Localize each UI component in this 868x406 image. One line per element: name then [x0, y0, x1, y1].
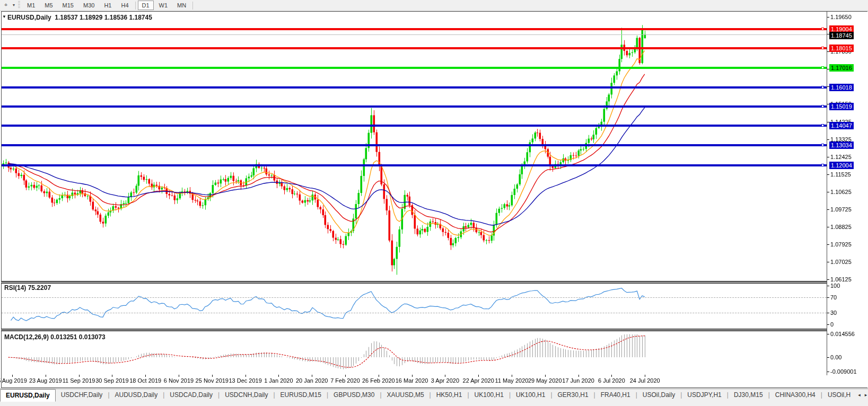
chart-tab-ger30-h1[interactable]: GER30,H1 — [553, 389, 594, 401]
rsi-tick: 0 — [830, 321, 834, 328]
timeframe-toolbar: ⌖ ▾ M1M5M15M30H1H4D1W1MN — [0, 0, 868, 11]
level-line-1.14047[interactable] — [2, 125, 827, 127]
date-tick-label: 26 Feb 2020 — [362, 377, 395, 384]
timeframe-button-M15[interactable]: M15 — [58, 1, 78, 10]
price-tick: 1.07025 — [830, 259, 852, 265]
panel-separator-macd[interactable] — [1, 329, 827, 331]
level-handle[interactable] — [821, 47, 824, 49]
price-tick: 1.09725 — [830, 206, 852, 213]
level-line-1.16018[interactable] — [2, 86, 827, 89]
rsi-tick: 30 — [830, 310, 837, 316]
level-handle[interactable] — [821, 124, 824, 127]
tab-scroll-right-icon[interactable]: ▸ — [863, 389, 868, 401]
price-tick: 1.07925 — [830, 241, 852, 248]
date-tick-label: 6 Jul 2020 — [598, 377, 625, 384]
chart-tab-xauusd-m5[interactable]: XAUUSD,M5 — [382, 389, 429, 401]
price-tick: 1.12425 — [830, 154, 852, 160]
chart-tab-uk100-h1[interactable]: UK100,H1 — [469, 389, 509, 401]
price-tick: 1.06125 — [830, 276, 852, 283]
chart-tab-uk100-h1[interactable]: UK100,H1 — [511, 389, 550, 401]
date-tick-label: 6 Nov 2019 — [164, 377, 194, 384]
level-line-1.13034[interactable] — [2, 144, 827, 146]
toolbar-divider — [135, 2, 136, 10]
date-tick-label: 24 Jul 2020 — [630, 377, 660, 384]
chart-tab-usdjpy-h1[interactable]: USDJPY,H1 — [682, 389, 726, 401]
macd-tick: -0.009001 — [830, 368, 857, 375]
rsi-indicator-label: RSI(14) 75.2207 — [4, 284, 51, 292]
date-tick-label: 5 Aug 2019 — [0, 377, 27, 384]
level-line-1.17016[interactable] — [2, 67, 827, 69]
chart-tab-gbpusd-m30[interactable]: GBPUSD,M30 — [328, 389, 380, 401]
level-handle[interactable] — [821, 144, 824, 146]
level-line-1.12004[interactable] — [2, 164, 827, 166]
date-tick-label: 25 Nov 2019 — [196, 377, 229, 384]
level-price-label: 1.13034 — [829, 142, 854, 149]
date-tick-label: 13 Dec 2019 — [229, 377, 261, 384]
date-tick-label: 18 Oct 2019 — [129, 377, 161, 384]
rsi-guide-line-70 — [2, 297, 827, 298]
timeframe-button-MN[interactable]: MN — [173, 1, 190, 10]
chart-tab-usoil-h[interactable]: USOil,H — [822, 389, 856, 401]
macd-indicator-label: MACD(12,26,9) 0.013251 0.013073 — [4, 333, 106, 341]
level-line-1.19004[interactable] — [2, 28, 827, 30]
chart-canvas[interactable] — [0, 0, 868, 406]
level-line-1.18015[interactable] — [2, 47, 827, 49]
date-tick-label: 16 Mar 2020 — [396, 377, 428, 384]
price-axis-line — [827, 11, 827, 375]
price-tick: 1.10625 — [830, 189, 852, 195]
date-tick-label: 17 Jun 2020 — [562, 377, 594, 384]
timeframe-button-D1[interactable]: D1 — [138, 1, 154, 10]
date-tick-label: 11 May 2020 — [495, 377, 529, 384]
level-handle[interactable] — [821, 105, 824, 108]
level-line-1.15019[interactable] — [2, 105, 827, 108]
price-tick: 1.19650 — [830, 14, 852, 20]
current-price-line — [2, 34, 827, 35]
chart-title-ohlc: EURUSD,Daily 1.18537 1.18929 1.18536 1.1… — [7, 14, 152, 21]
level-handle[interactable] — [821, 164, 824, 166]
tab-scroll-left-icon[interactable]: ◂ — [856, 389, 863, 401]
level-price-label: 1.17016 — [829, 64, 854, 72]
chevron-down-icon[interactable]: ▾ — [11, 1, 17, 9]
collapse-triangle-icon[interactable]: ▼ — [2, 14, 6, 19]
chart-tab-usoil-daily[interactable]: USOil,Daily — [637, 389, 680, 401]
timeframe-button-H4[interactable]: H4 — [117, 1, 133, 10]
chart-tab-eurusd-m15[interactable]: EURUSD,M15 — [275, 389, 327, 401]
level-price-label: 1.12004 — [829, 162, 854, 169]
panel-separator-rsi[interactable] — [1, 281, 827, 284]
chart-tab-hk50-h1[interactable]: HK50,H1 — [431, 389, 468, 401]
chart-tab-audusd-daily[interactable]: AUDUSD,Daily — [110, 389, 163, 401]
level-price-label: 1.18015 — [829, 45, 854, 52]
date-tick-label: 22 Apr 2020 — [463, 377, 494, 384]
level-price-label: 1.16018 — [829, 84, 854, 91]
rsi-guide-line-30 — [2, 313, 827, 313]
date-tick-label: 20 Jan 2020 — [296, 377, 328, 384]
level-price-label: 1.14047 — [829, 122, 854, 129]
level-handle[interactable] — [821, 86, 824, 89]
toolbar-grip[interactable] — [18, 1, 20, 9]
timeframe-button-M1[interactable]: M1 — [23, 1, 39, 10]
chart-tab-eurusd-daily[interactable]: EURUSD,Daily — [0, 389, 56, 402]
date-tick-label: 7 Feb 2020 — [330, 377, 360, 384]
chart-tab-usdcad-daily[interactable]: USDCAD,Daily — [164, 389, 218, 401]
level-handle[interactable] — [821, 66, 824, 69]
timeframe-button-M5[interactable]: M5 — [40, 1, 57, 10]
date-tick-label: 23 Aug 2019 — [29, 377, 62, 384]
chart-tab-usdchf-daily[interactable]: USDCHF,Daily — [56, 389, 108, 401]
chart-tab-dj30-m15[interactable]: DJ30,M15 — [729, 389, 768, 401]
rsi-tick: 100 — [830, 283, 840, 289]
date-tick-label: 11 Sep 2019 — [63, 377, 95, 384]
current-price-label: 1.18745 — [829, 32, 854, 39]
level-handle[interactable] — [821, 28, 824, 30]
timeframe-button-M30[interactable]: M30 — [79, 1, 99, 10]
chart-tab-bar: EURUSD,DailyUSDCHF,Daily|AUDUSD,Daily|US… — [0, 389, 868, 406]
chart-tab-china300-h4[interactable]: CHINA300,H4 — [770, 389, 821, 401]
macd-tick: 0.014556 — [830, 331, 855, 337]
rsi-tick: 70 — [830, 294, 837, 301]
date-tick-label: 3 Apr 2020 — [431, 377, 459, 384]
timeframe-button-W1[interactable]: W1 — [155, 1, 172, 10]
date-tick-label: 29 May 2020 — [528, 377, 562, 384]
chart-tab-fra40-h1[interactable]: FRA40,H1 — [595, 389, 636, 401]
crosshair-tool-icon[interactable]: ⌖ — [1, 1, 11, 9]
timeframe-button-H1[interactable]: H1 — [100, 1, 116, 10]
chart-tab-usdcnh-daily[interactable]: USDCNH,Daily — [220, 389, 273, 401]
